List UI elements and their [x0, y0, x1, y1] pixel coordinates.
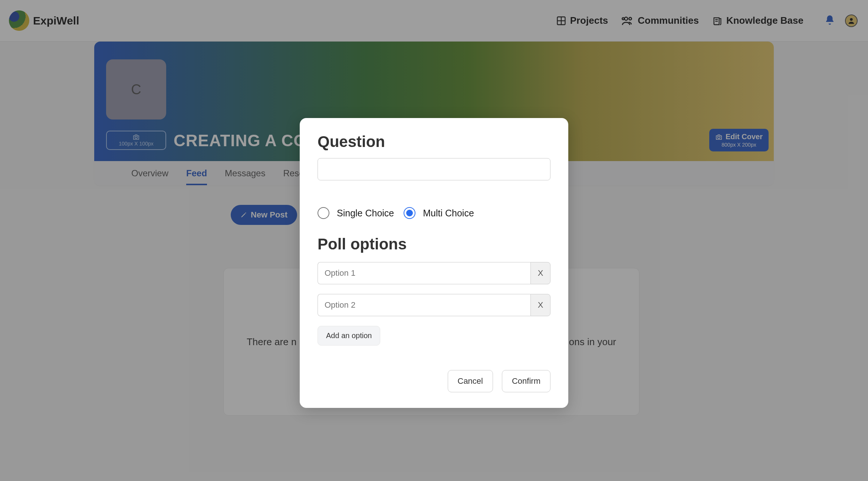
add-option-button[interactable]: Add an option: [318, 326, 380, 346]
multi-choice-option[interactable]: Multi Choice: [404, 207, 474, 219]
poll-options-heading: Poll options: [318, 235, 550, 253]
modal-overlay[interactable]: Question Single Choice Multi Choice Poll…: [0, 0, 868, 481]
modal-actions: Cancel Confirm: [318, 370, 550, 392]
delete-option-button[interactable]: X: [530, 294, 550, 316]
poll-option-row: X: [318, 294, 550, 316]
poll-option-input[interactable]: [318, 262, 530, 284]
confirm-button[interactable]: Confirm: [502, 370, 550, 392]
single-choice-option[interactable]: Single Choice: [318, 207, 394, 219]
question-heading: Question: [318, 133, 550, 151]
poll-option-row: X: [318, 262, 550, 284]
choice-type-row: Single Choice Multi Choice: [318, 207, 550, 219]
radio-icon: [318, 207, 329, 219]
delete-option-button[interactable]: X: [530, 262, 550, 284]
question-input[interactable]: [318, 158, 550, 180]
poll-option-input[interactable]: [318, 294, 530, 316]
radio-icon: [404, 207, 415, 219]
cancel-button[interactable]: Cancel: [448, 370, 493, 392]
poll-modal: Question Single Choice Multi Choice Poll…: [300, 118, 568, 408]
single-choice-label: Single Choice: [337, 208, 394, 219]
multi-choice-label: Multi Choice: [423, 208, 474, 219]
